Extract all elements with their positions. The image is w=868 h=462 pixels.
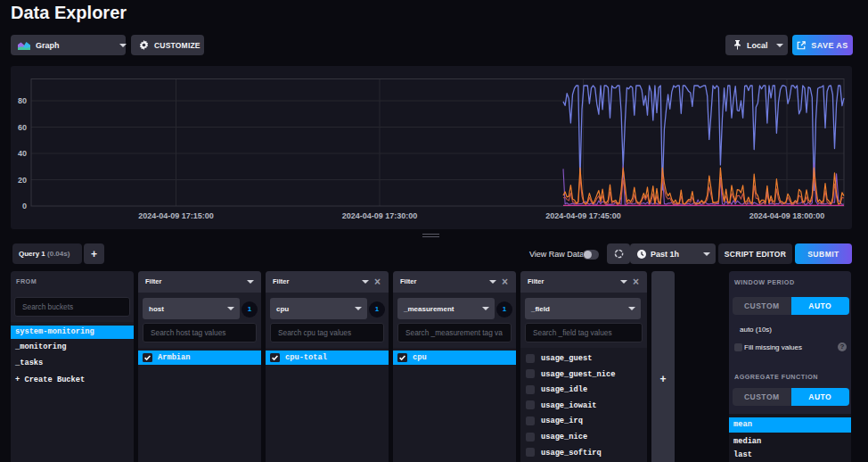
svg-text:0: 0 <box>22 202 27 210</box>
svg-text:2024-04-09 17:15:00: 2024-04-09 17:15:00 <box>138 211 214 220</box>
svg-text:60: 60 <box>18 123 27 132</box>
svg-text:40: 40 <box>18 149 27 158</box>
svg-text:2024-04-09 18:00:00: 2024-04-09 18:00:00 <box>749 211 825 220</box>
svg-text:2024-04-09 17:45:00: 2024-04-09 17:45:00 <box>545 211 621 220</box>
svg-text:20: 20 <box>18 176 27 185</box>
svg-text:80: 80 <box>18 96 27 105</box>
svg-text:2024-04-09 17:30:00: 2024-04-09 17:30:00 <box>342 211 418 220</box>
